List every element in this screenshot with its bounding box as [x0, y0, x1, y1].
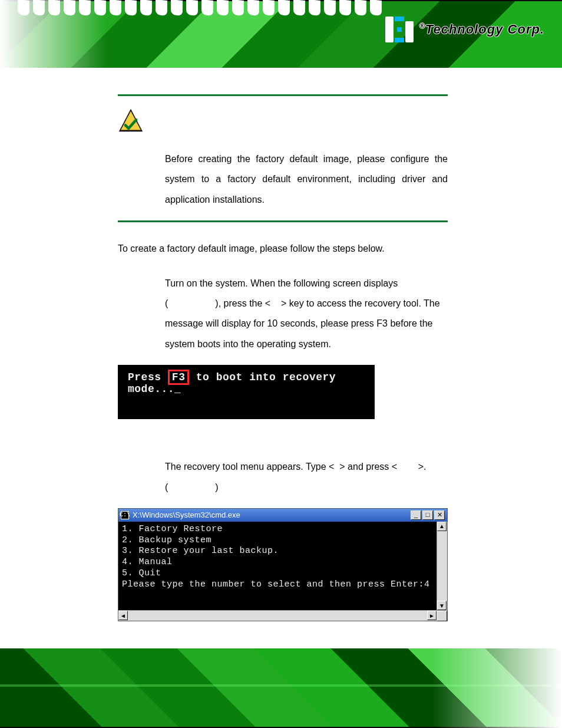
scroll-down-icon[interactable]: ▼	[437, 601, 447, 610]
header-fade	[0, 0, 106, 68]
boot-message: Press F3 to boot into recovery mode..._	[128, 371, 374, 395]
minimize-button[interactable]: _	[411, 510, 421, 520]
maximize-button[interactable]: □	[422, 510, 433, 520]
intro-text: To create a factory default image, pleas…	[118, 239, 448, 259]
boot-screenshot: Press F3 to boot into recovery mode..._	[118, 365, 375, 419]
note-icon	[118, 108, 144, 134]
cmd-output: 1. Factory Restore 2. Backup system 3. R…	[118, 522, 437, 611]
step-1-text: Turn on the system. When the following s…	[118, 274, 448, 355]
divider-bottom	[118, 220, 448, 222]
cmd-titlebar: C:\ X:\Windows\System32\cmd.exe _ □ ✕	[118, 509, 447, 522]
resize-grip-icon[interactable]	[437, 611, 447, 621]
note-text: Before creating the factory default imag…	[118, 149, 448, 210]
cmd-title: X:\Windows\System32\cmd.exe	[133, 510, 240, 519]
iei-logo-icon	[385, 17, 414, 42]
cmd-window: C:\ X:\Windows\System32\cmd.exe _ □ ✕ 1.…	[118, 508, 448, 622]
page-footer-band	[0, 648, 562, 728]
cmd-icon: C:\	[121, 511, 129, 519]
brand-logo-wrap: ®Technology Corp.	[385, 17, 544, 42]
step-2-text: The recovery tool menu appears. Type < >…	[118, 457, 448, 498]
registered-mark: ®	[419, 22, 425, 30]
close-button[interactable]: ✕	[434, 510, 445, 520]
horizontal-scrollbar[interactable]: ◄ ►	[118, 610, 447, 621]
scroll-right-icon[interactable]: ►	[427, 611, 437, 620]
page-header-band: ®Technology Corp.	[0, 0, 562, 68]
footer-fade	[432, 648, 562, 728]
brand-text: ®Technology Corp.	[419, 22, 544, 37]
scroll-left-icon[interactable]: ◄	[118, 611, 128, 620]
scroll-up-icon[interactable]: ▲	[437, 522, 447, 531]
vertical-scrollbar[interactable]: ▲ ▼	[437, 522, 447, 611]
